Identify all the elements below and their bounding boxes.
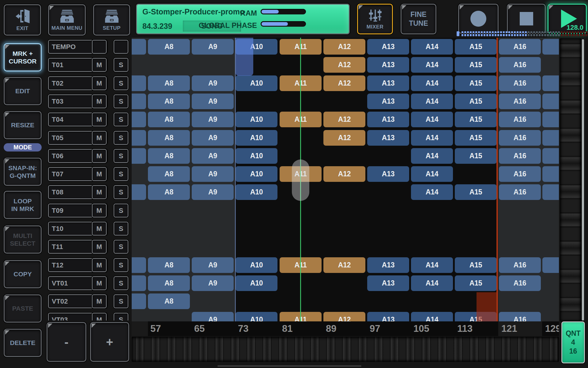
pattern-cell-t06-a14[interactable]: A14 [411,148,453,164]
pattern-cell-vt01-a13[interactable]: A13 [367,275,409,291]
loop-start-marker-handle[interactable] [236,38,253,76]
pattern-cell-t04-a15[interactable]: A15 [455,112,497,127]
pattern-cell-tempo-a12[interactable]: A12 [323,39,365,55]
pattern-cell-t04-a10[interactable]: A10 [236,112,277,127]
solo-button-t05[interactable]: S [114,131,128,145]
stop-button[interactable] [507,4,546,34]
mute-button-t04[interactable]: M [92,113,107,126]
pattern-cell-t08-a15[interactable]: A15 [455,184,497,200]
mute-button-t12[interactable]: M [92,258,107,272]
pattern-cell-t03-a14[interactable]: A14 [411,94,453,109]
horizontal-scroll-strip[interactable] [132,337,559,362]
mute-button-t09[interactable]: M [92,204,107,217]
song-arranger-grid[interactable]: A8A9A10A11A12A13A14A15A16A12A13A14A15A16… [132,38,559,321]
pattern-cell-t07-a13[interactable]: A13 [367,166,409,182]
pattern-cell-t02-a13[interactable]: A13 [367,75,409,91]
pattern-cell-t07-a10[interactable]: A10 [236,166,277,182]
pattern-cell-tempo-a14[interactable]: A14 [411,39,453,55]
pattern-cell-t12-a15[interactable]: A15 [455,257,497,273]
pattern-cell-t02-a10[interactable]: A10 [236,75,277,91]
pattern-cell-t03-a13[interactable]: A13 [367,94,409,109]
pattern-cell-tempo-a13[interactable]: A13 [367,39,409,55]
solo-button-vt03[interactable]: S [114,313,128,320]
mute-button-t01[interactable]: M [92,58,107,72]
solo-button-vt02[interactable]: S [114,294,128,308]
pattern-cell-vt01-a10[interactable]: A10 [236,275,277,291]
pattern-cell-vt03-a13[interactable]: A13 [367,312,409,322]
quantize-button[interactable]: QNT 4 16 [561,321,585,363]
pattern-cell-t01-a15[interactable]: A15 [455,57,497,73]
pattern-cell-t02-a12[interactable]: A12 [323,75,365,91]
pattern-cell-t05-a13[interactable]: A13 [367,130,409,146]
solo-button-vt01[interactable]: S [114,276,128,290]
mute-button-t02[interactable]: M [92,76,107,90]
zoom-out-button[interactable]: - [47,322,86,362]
solo-button-t02[interactable]: S [114,76,128,90]
pattern-cell-t08-a10[interactable]: A10 [236,184,277,200]
solo-button-t12[interactable]: S [114,258,128,272]
mute-button-t06[interactable]: M [92,149,107,163]
pattern-cell-vt03-a10[interactable]: A10 [236,312,277,322]
pattern-cell-t06-a15[interactable]: A15 [455,148,497,164]
vertical-scroll-strip[interactable] [560,38,581,321]
mute-button-t11[interactable]: M [92,240,107,254]
pattern-cell-t12-a14[interactable]: A14 [411,257,453,273]
solo-button-t01[interactable]: S [114,58,128,72]
pattern-cell-t12-a10[interactable]: A10 [236,257,277,273]
pattern-cell-tempo-a15[interactable]: A15 [455,39,497,55]
corner-notch [402,5,406,10]
pattern-cell-t05-a15[interactable]: A15 [455,130,497,146]
button-label: DELETE [10,339,36,347]
exit-button[interactable]: EXIT [4,4,41,36]
pattern-cell-vt01-a14[interactable]: A14 [411,275,453,291]
fine-tune-button[interactable]: FINE TUNE [401,4,436,34]
solo-button-t08[interactable]: S [114,185,128,199]
global-phase-meter-fill [262,22,288,26]
mute-button-vt01[interactable]: M [92,276,107,290]
mute-button-t08[interactable]: M [92,185,107,199]
pattern-cell-t04-a14[interactable]: A14 [411,112,453,127]
loop-end-marker-handle[interactable] [477,292,496,321]
pattern-cell-t02-a15[interactable]: A15 [455,75,497,91]
bar-ruler[interactable]: 576573818997105113121129 [132,321,559,336]
mute-button-vt03[interactable]: M [92,313,107,320]
pattern-cell-t06-a10[interactable]: A10 [236,148,277,164]
pattern-cell-t04-a12[interactable]: A12 [323,112,365,127]
pattern-cell-t01-a14[interactable]: A14 [411,57,453,73]
pattern-cell-t01-a12[interactable]: A12 [323,57,365,73]
pattern-cell-t03-a15[interactable]: A15 [455,94,497,109]
pattern-cell-t05-a14[interactable]: A14 [411,130,453,146]
solo-button-t06[interactable]: S [114,149,128,163]
pattern-cell-t04-a13[interactable]: A13 [367,112,409,127]
mixer-button[interactable]: MIXER [357,4,393,34]
main-menu-button[interactable]: MAIN MENU [48,4,86,36]
solo-button-t03[interactable]: S [114,94,128,108]
pattern-cell-vt03-a12[interactable]: A12 [323,312,365,322]
mute-button-t10[interactable]: M [92,222,107,236]
mute-button-t03[interactable]: M [92,94,107,108]
pattern-cell-t01-a13[interactable]: A13 [367,57,409,73]
solo-button-t11[interactable]: S [114,240,128,254]
mute-button-vt02[interactable]: M [92,294,107,308]
pattern-cell-t05-a10[interactable]: A10 [236,130,277,146]
zoom-in-button[interactable]: + [90,322,129,362]
pattern-cell-t05-a12[interactable]: A12 [323,130,365,146]
pattern-cell-t12-a12[interactable]: A12 [323,257,365,273]
pattern-cell-vt03-a14[interactable]: A14 [411,312,453,322]
mute-button-t05[interactable]: M [92,131,107,145]
pattern-cell-t08-a14[interactable]: A14 [411,184,453,200]
pattern-cell-t02-a14[interactable]: A14 [411,75,453,91]
mute-button-t07[interactable]: M [92,167,107,181]
delete-button[interactable]: DELETE [4,329,42,357]
solo-button-t10[interactable]: S [114,222,128,236]
pattern-cell-t07-a12[interactable]: A12 [323,166,365,182]
solo-button-t09[interactable]: S [114,204,128,217]
setup-button[interactable]: SETUP [93,4,130,36]
record-button[interactable] [458,4,499,34]
pattern-cell-vt01-a15[interactable]: A15 [455,275,497,291]
play-button[interactable]: 128.0 [548,4,587,34]
solo-button-t07[interactable]: S [114,167,128,181]
pattern-cell-t07-a14[interactable]: A14 [411,166,453,182]
pattern-cell-t12-a13[interactable]: A13 [367,257,409,273]
solo-button-t04[interactable]: S [114,113,128,126]
